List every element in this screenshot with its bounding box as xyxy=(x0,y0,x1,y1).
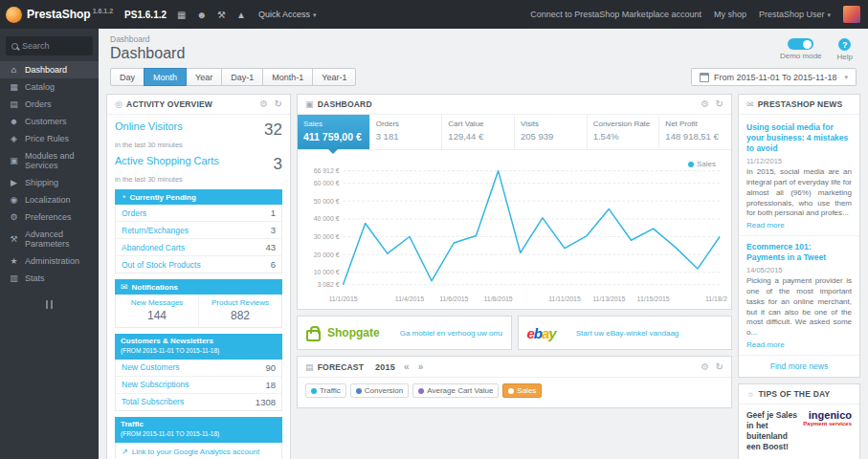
topbar: PrestaShop1.6.1.2 PS1.6.1.2 ▦ ☻ ⚒ ▲ Quic… xyxy=(0,0,868,29)
find-more-news-link[interactable]: Find more news xyxy=(739,356,859,373)
online-visitors-link[interactable]: Online Visitors xyxy=(115,120,183,132)
article-title-link[interactable]: Using social media for your business: 4 … xyxy=(746,122,852,154)
quick-access-menu[interactable]: Quick Access▾ xyxy=(258,10,317,19)
refresh-icon[interactable]: ↻ xyxy=(274,99,282,109)
date-range-picker[interactable]: From 2015-11-01 To 2015-11-18 ▾ xyxy=(691,68,857,86)
forecast-legend-traffic[interactable]: Traffic xyxy=(305,383,346,398)
total-subscribers-link[interactable]: Total Subscribers xyxy=(122,397,184,406)
sidebar-item-preferences[interactable]: ⚙Preferences xyxy=(0,208,99,226)
legend-label: Conversion xyxy=(365,386,403,395)
sidebar-collapse-button[interactable] xyxy=(0,300,99,309)
sidebar-item-customers[interactable]: ☻Customers xyxy=(0,113,99,130)
sales-chart-area: 66 912 €60 000 €50 000 €40 000 €30 000 €… xyxy=(298,150,731,309)
sidebar-item-label: Orders xyxy=(25,99,52,109)
panel-header: ▤ FORECAST 2015 « » ⚙ ↻ xyxy=(298,357,731,378)
ebay-letter: y xyxy=(548,325,555,341)
shopgate-link[interactable]: Ga mobiel en verhoog uw omzet xyxy=(400,329,502,338)
kpi-visits[interactable]: Visits 205 939 xyxy=(515,115,588,149)
rocket-icon[interactable]: ▲ xyxy=(236,10,246,20)
ebay-link[interactable]: Start uw eBay-winkel vandaag xyxy=(576,329,679,338)
user-menu[interactable]: PrestaShop User▾ xyxy=(759,10,831,19)
kpi-label: Orders xyxy=(376,120,436,128)
article-excerpt: Picking a payment provider is one of the… xyxy=(746,276,852,339)
sidebar-item-label: Price Rules xyxy=(25,134,69,143)
forecast-legend-average-cart-value[interactable]: Average Cart Value xyxy=(412,383,499,398)
ebay-ad[interactable]: ebay Start uw eBay-winkel vandaag xyxy=(518,316,733,350)
kpi-conversion-rate[interactable]: Conversion Rate 1.54% xyxy=(588,115,660,149)
sidebar-item-price-rules[interactable]: ◈Price Rules xyxy=(0,130,99,147)
abandoned-carts-link[interactable]: Abandoned Carts xyxy=(122,243,185,252)
sidebar-item-dashboard[interactable]: ⌂Dashboard xyxy=(0,61,99,78)
panel-header-actions: ⚙ ↻ xyxy=(259,99,282,109)
shopgate-ad[interactable]: Shopgate Ga mobiel en verhoog uw omzet xyxy=(297,316,512,350)
year-button[interactable]: Year xyxy=(186,68,222,86)
svg-text:30 000 €: 30 000 € xyxy=(314,233,340,240)
ingenico-logo: ingenico Payment services xyxy=(803,410,852,426)
prestashop-logo-icon[interactable] xyxy=(6,7,22,23)
table-row: New Subscriptions18 xyxy=(116,377,281,394)
sidebar-item-administration[interactable]: ★Administration xyxy=(0,252,99,270)
sidebar-item-orders[interactable]: ▤Orders xyxy=(0,96,99,113)
svg-text:11/4/2015: 11/4/2015 xyxy=(395,295,424,302)
day-button[interactable]: Day xyxy=(110,68,145,86)
user-icon[interactable]: ☻ xyxy=(196,10,207,20)
sidebar-item-stats[interactable]: ▥Stats xyxy=(0,270,99,287)
avatar[interactable] xyxy=(843,6,860,23)
search-icon xyxy=(11,43,18,50)
year-1-button[interactable]: Year-1 xyxy=(312,68,356,86)
refresh-icon[interactable]: ↻ xyxy=(715,99,723,109)
forecast-year[interactable]: 2015 xyxy=(375,362,395,372)
day-1-button[interactable]: Day-1 xyxy=(221,68,263,86)
new-customers-link[interactable]: New Customers xyxy=(122,362,179,372)
read-more-link[interactable]: Read more xyxy=(746,221,852,230)
new-subscriptions-link[interactable]: New Subscriptions xyxy=(122,380,189,389)
panel-header-actions: ⚙ ↻ xyxy=(701,99,723,109)
gear-icon[interactable]: ⚙ xyxy=(259,99,268,109)
ebay-logo: ebay xyxy=(527,325,556,341)
legend-label: Sales xyxy=(697,160,716,168)
sidebar-item-shipping[interactable]: ▶Shipping xyxy=(0,174,99,191)
sidebar-item-advanced-parameters[interactable]: ⚒Advanced Parameters xyxy=(0,226,99,252)
out-of-stock-link[interactable]: Out of Stock Products xyxy=(122,260,201,270)
gear-icon[interactable]: ⚙ xyxy=(701,99,709,109)
breadcrumb[interactable]: Dashboard xyxy=(110,34,185,44)
forecast-legend-sales[interactable]: Sales xyxy=(502,383,542,398)
read-more-link[interactable]: Read more xyxy=(746,340,852,349)
new-messages-link[interactable]: New Messages 144 xyxy=(116,295,198,327)
article-date: 14/05/2015 xyxy=(746,266,852,274)
search-input[interactable] xyxy=(22,41,87,51)
orders-link[interactable]: Orders xyxy=(122,208,146,218)
sidebar-item-catalog[interactable]: ▦Catalog xyxy=(0,78,99,96)
row-value: 90 xyxy=(265,362,276,373)
google-analytics-link[interactable]: ↗ Link to your Google Analytics account xyxy=(115,443,282,459)
month-1-button[interactable]: Month-1 xyxy=(262,68,313,86)
panel-title: FORECAST xyxy=(318,362,364,372)
shop-name[interactable]: PS1.6.1.2 xyxy=(124,10,167,20)
refresh-icon[interactable]: ↻ xyxy=(715,362,723,372)
cart-icon[interactable]: ▦ xyxy=(177,10,186,20)
kpi-orders[interactable]: Orders 3 181 xyxy=(370,115,443,149)
kpi-cart-value[interactable]: Cart Value 129,44 € xyxy=(442,115,515,149)
kpi-net-profit[interactable]: Net Profit 148 918,51 € xyxy=(659,115,731,149)
sidebar-item-localization[interactable]: ◉Localization xyxy=(0,191,99,208)
section-subtitle: (FROM 2015-11-01 TO 2015-11-18) xyxy=(121,430,219,437)
legend-dot xyxy=(418,388,424,394)
active-carts-link[interactable]: Active Shopping Carts xyxy=(115,155,219,166)
product-reviews-link[interactable]: Product Reviews 882 xyxy=(198,295,281,327)
article-title-link[interactable]: Ecommerce 101: Payments in a Tweet xyxy=(746,242,852,263)
help-icon[interactable]: ? xyxy=(838,38,851,51)
sidebar-item-modules[interactable]: ▣Modules and Services xyxy=(0,147,99,174)
my-shop-link[interactable]: My shop xyxy=(714,10,746,19)
kpi-sales[interactable]: Sales 411 759,00 € xyxy=(298,115,370,149)
returns-link[interactable]: Return/Exchanges xyxy=(122,226,189,235)
wrench-icon[interactable]: ⚒ xyxy=(217,10,226,20)
prev-year-button[interactable]: « xyxy=(404,361,410,372)
sidebar-search[interactable] xyxy=(6,36,93,55)
kpi-label: Visits xyxy=(521,120,581,128)
forecast-legend-conversion[interactable]: Conversion xyxy=(350,383,409,398)
marketplace-connect-link[interactable]: Connect to PrestaShop Marketplace accoun… xyxy=(530,10,701,19)
month-button[interactable]: Month xyxy=(144,68,187,86)
demo-mode-toggle[interactable] xyxy=(788,38,813,50)
next-year-button[interactable]: » xyxy=(418,361,424,372)
gear-icon[interactable]: ⚙ xyxy=(701,362,709,372)
